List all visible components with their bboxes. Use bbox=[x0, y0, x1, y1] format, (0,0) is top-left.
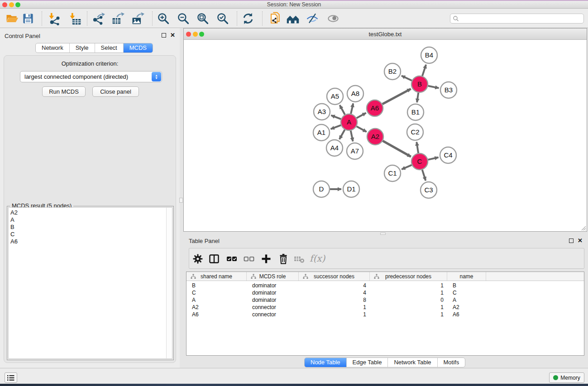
cell-predecessor[interactable]: 0 bbox=[370, 296, 447, 304]
memory-button[interactable]: Memory bbox=[549, 372, 584, 383]
close-window-button[interactable] bbox=[2, 2, 7, 7]
tab-network-table[interactable]: Network Table bbox=[387, 358, 437, 367]
export-image-button[interactable] bbox=[130, 11, 145, 26]
cell-shared_name[interactable]: B bbox=[186, 282, 247, 289]
cell-predecessor[interactable]: 1 bbox=[370, 282, 447, 289]
tab-select[interactable]: Select bbox=[95, 43, 123, 52]
result-list-item[interactable]: C bbox=[10, 231, 165, 238]
cell-shared_name[interactable]: A bbox=[186, 296, 247, 304]
node-A5[interactable]: A5 bbox=[327, 88, 343, 105]
node-C3[interactable]: C3 bbox=[421, 182, 437, 198]
node-A3[interactable]: A3 bbox=[314, 104, 330, 120]
export-network-button[interactable] bbox=[91, 11, 106, 26]
cell-successor[interactable]: 8 bbox=[299, 296, 370, 304]
import-network-button[interactable] bbox=[47, 11, 62, 26]
tab-network[interactable]: Network bbox=[36, 43, 69, 52]
node-C2[interactable]: C2 bbox=[407, 124, 423, 140]
edge-C-C1[interactable] bbox=[402, 165, 411, 170]
node-C[interactable]: C bbox=[411, 153, 428, 170]
cell-shared_name[interactable]: A6 bbox=[186, 311, 247, 318]
zoom-fit-button[interactable] bbox=[195, 11, 210, 26]
zoom-out-button[interactable] bbox=[176, 11, 191, 26]
export-table-button[interactable] bbox=[110, 11, 125, 26]
column-header-mcds_role[interactable]: MCDS role bbox=[247, 272, 299, 281]
edge-B-B2[interactable] bbox=[402, 76, 412, 81]
tab-motifs[interactable]: Motifs bbox=[437, 358, 465, 367]
cell-name[interactable]: A bbox=[447, 296, 486, 304]
network-zoom-button[interactable] bbox=[199, 32, 204, 37]
tab-node-table[interactable]: Node Table bbox=[305, 358, 346, 367]
toggle-visibility-button[interactable] bbox=[305, 11, 320, 26]
criterion-dropdown[interactable]: largest connected component (directed) ▲… bbox=[20, 71, 162, 82]
node-C4[interactable]: C4 bbox=[440, 147, 456, 163]
edge-B-B1[interactable] bbox=[417, 93, 418, 102]
zoom-in-button[interactable] bbox=[156, 11, 171, 26]
delete-table-icon[interactable] bbox=[293, 253, 305, 265]
node-D[interactable]: D bbox=[313, 181, 330, 197]
mcds-result-list[interactable]: A2ABCA6 bbox=[8, 207, 172, 359]
cell-predecessor[interactable]: 1 bbox=[370, 311, 447, 318]
task-history-button[interactable] bbox=[5, 372, 17, 383]
run-mcds-button[interactable]: Run MCDS bbox=[42, 86, 86, 97]
edge-A-A2[interactable] bbox=[357, 126, 367, 132]
edge-C-C3[interactable] bbox=[422, 170, 426, 181]
float-table-panel-icon[interactable] bbox=[569, 238, 574, 243]
node-A1[interactable]: A1 bbox=[313, 124, 330, 141]
zoom-window-button[interactable] bbox=[15, 2, 20, 7]
cell-name[interactable]: B bbox=[447, 282, 486, 289]
node-A4[interactable]: A4 bbox=[326, 140, 343, 156]
node-C1[interactable]: C1 bbox=[384, 165, 401, 181]
edge-C-C4[interactable] bbox=[428, 157, 439, 160]
node-B4[interactable]: B4 bbox=[421, 47, 437, 63]
close-table-panel-icon[interactable]: ✕ bbox=[578, 238, 583, 243]
cell-shared_name[interactable]: A2 bbox=[186, 304, 247, 311]
edge-A-A1[interactable] bbox=[331, 125, 341, 129]
network-close-button[interactable] bbox=[186, 32, 191, 37]
split-divider-handle[interactable] bbox=[380, 233, 386, 235]
split-view-icon[interactable] bbox=[208, 253, 220, 265]
scrollbar-track[interactable] bbox=[166, 208, 172, 358]
cell-name[interactable]: A6 bbox=[447, 311, 486, 318]
result-list-item[interactable]: B bbox=[10, 224, 165, 231]
table-row[interactable]: Cdominator41C bbox=[186, 289, 584, 296]
node-A6[interactable]: A6 bbox=[367, 100, 383, 116]
cell-successor[interactable]: 4 bbox=[299, 289, 370, 296]
table-row[interactable]: Bdominator41B bbox=[186, 282, 584, 289]
show-details-eye-button[interactable] bbox=[325, 11, 341, 26]
column-header-name[interactable]: name bbox=[447, 272, 486, 281]
home-button[interactable] bbox=[285, 11, 301, 26]
table-settings-gear-icon[interactable] bbox=[192, 253, 204, 265]
search-input[interactable] bbox=[459, 14, 583, 23]
table-row[interactable]: Adominator80A bbox=[186, 296, 584, 304]
network-minimize-button[interactable] bbox=[193, 32, 198, 37]
node-A8[interactable]: A8 bbox=[347, 86, 363, 102]
open-session-button[interactable] bbox=[4, 11, 19, 26]
cell-mcds_role[interactable]: connector bbox=[247, 311, 299, 318]
edge-A-A6[interactable] bbox=[357, 113, 366, 118]
save-session-button[interactable] bbox=[20, 11, 36, 26]
node-A7[interactable]: A7 bbox=[347, 143, 363, 159]
cell-mcds_role[interactable]: dominator bbox=[247, 282, 299, 289]
result-list-item[interactable]: A6 bbox=[10, 238, 165, 245]
column-header-predecessor[interactable]: predecessor nodes bbox=[370, 272, 447, 281]
cell-predecessor[interactable]: 1 bbox=[370, 289, 447, 296]
edge-C-C2[interactable] bbox=[416, 142, 418, 153]
cell-successor[interactable]: 1 bbox=[299, 311, 370, 318]
node-A[interactable]: A bbox=[341, 114, 357, 130]
edge-A-A3[interactable] bbox=[331, 115, 341, 119]
tab-edge-table[interactable]: Edge Table bbox=[346, 358, 388, 367]
cell-successor[interactable]: 1 bbox=[299, 304, 370, 311]
result-list-item[interactable]: A bbox=[10, 216, 165, 224]
cell-successor[interactable]: 4 bbox=[299, 282, 370, 289]
resize-grip-icon[interactable] bbox=[580, 225, 586, 231]
edge-A-A8[interactable] bbox=[351, 103, 353, 114]
edge-A-A4[interactable] bbox=[339, 130, 345, 139]
cell-shared_name[interactable]: C bbox=[186, 289, 247, 296]
network-canvas[interactable]: AA1A2A3A4A5A6A7A8BB1B2B3B4CC1C2C3C4DD1 bbox=[184, 40, 587, 231]
deselect-all-columns-icon[interactable] bbox=[243, 253, 255, 265]
node-B2[interactable]: B2 bbox=[384, 63, 401, 80]
column-header-successor[interactable]: successor nodes bbox=[299, 272, 370, 281]
add-column-plus-icon[interactable] bbox=[260, 253, 272, 265]
cell-name[interactable]: A2 bbox=[447, 304, 486, 311]
result-list-item[interactable]: A2 bbox=[10, 209, 165, 216]
